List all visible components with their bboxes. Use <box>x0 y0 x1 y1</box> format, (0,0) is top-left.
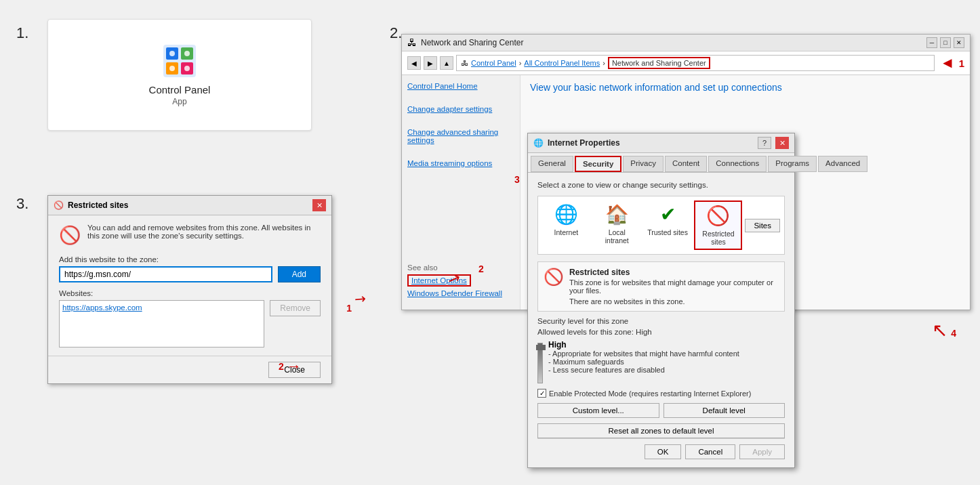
tab-bar: General Security Privacy Content Connect… <box>528 153 794 173</box>
dialog-icon: 🌐 <box>533 138 544 148</box>
annotation4-area: ↖ 4 <box>932 319 956 341</box>
control-panel-icon <box>162 43 197 79</box>
app-name: Control Panel <box>149 84 211 96</box>
intranet-zone-icon: 🏠 <box>605 203 629 226</box>
zone-info-text: Restricted sites This zone is for websit… <box>569 268 779 305</box>
network-heading: View your basic network information and … <box>530 82 960 93</box>
r-add-label: Add this website to the zone: <box>59 255 321 263</box>
zone-info: 🚫 Restricted sites This zone is for webs… <box>537 261 785 312</box>
ok-button[interactable]: OK <box>645 444 682 459</box>
high-title: High <box>548 340 785 350</box>
level-slider[interactable] <box>537 340 543 383</box>
titlebar-text: Network and Sharing Center <box>421 38 922 47</box>
slider-track <box>537 343 543 383</box>
r-websites-label: Websites: <box>59 289 321 297</box>
remove-button[interactable]: Remove <box>270 300 321 316</box>
zone-no-sites: There are no websites in this zone. <box>569 297 779 305</box>
r-annotation-1: 1 <box>346 303 352 314</box>
websites-list[interactable]: https://apps.skype.com <box>59 300 264 347</box>
zone-row: 🌐 Internet 🏠 Local intranet ✔ Trusted si… <box>537 196 785 255</box>
r-info-row: 🚫 You can add and remove websites from t… <box>59 224 321 246</box>
high-level-box: High - Appropriate for websites that mig… <box>537 340 785 383</box>
protected-mode-row: ✓ Enable Protected Mode (requires restar… <box>537 389 785 398</box>
arrow-annotation4: ↖ <box>932 320 947 341</box>
high-desc1: - Appropriate for websites that might ha… <box>548 350 785 358</box>
zone-trusted[interactable]: ✔ Trusted sites <box>644 201 692 250</box>
intranet-zone-label: Local intranet <box>596 228 638 245</box>
dialog-body: 3 Select a zone to view or change securi… <box>528 173 794 467</box>
tab-privacy[interactable]: Privacy <box>623 156 663 172</box>
section1-control-panel: Control Panel App <box>14 19 325 151</box>
zone-restricted[interactable]: 🚫 Restrictedsites <box>694 201 742 250</box>
window-titlebar: 🖧 Network and Sharing Center ─ □ ✕ <box>402 35 970 51</box>
back-button[interactable]: ◀ <box>407 56 421 70</box>
annotation-num-2: 2 <box>478 263 484 274</box>
dialog-close-button[interactable]: ✕ <box>775 137 789 149</box>
sidebar-media[interactable]: Media streaming options <box>407 159 514 167</box>
allowed-levels: Allowed levels for this zone: High <box>537 328 785 336</box>
dialog-footer: OK Cancel Apply <box>537 438 785 459</box>
window-controls: ─ □ ✕ <box>926 37 964 48</box>
zone-instruction: Select a zone to view or change security… <box>537 181 785 189</box>
annotation-num-3: 3 <box>514 174 520 185</box>
default-level-button[interactable]: Default level <box>663 403 785 418</box>
zone-info-desc: This zone is for websites that might dam… <box>569 278 779 295</box>
maximize-button[interactable]: □ <box>940 37 951 48</box>
cancel-button[interactable]: Cancel <box>685 444 735 459</box>
minimize-button[interactable]: ─ <box>926 37 937 48</box>
svg-point-5 <box>169 51 175 56</box>
tab-content[interactable]: Content <box>665 156 707 172</box>
breadcrumb-network-sharing: Network and Sharing Center <box>608 57 710 69</box>
high-text-box: High - Appropriate for websites that mig… <box>548 340 785 383</box>
internet-zone-icon: 🌐 <box>554 203 578 226</box>
see-also-title: See also <box>407 263 514 272</box>
r-websites-row: https://apps.skype.com Remove <box>59 300 321 347</box>
tab-general[interactable]: General <box>531 156 573 172</box>
sidebar-advanced-sharing[interactable]: Change advanced sharing settings <box>407 128 514 144</box>
custom-level-button[interactable]: Custom level... <box>537 403 659 418</box>
forward-button[interactable]: ▶ <box>424 56 437 70</box>
section3-restricted: 🚫 Restricted sites ✕ 🚫 You can add and r… <box>14 195 359 384</box>
dialog-title: Internet Properties <box>548 138 754 148</box>
close-button[interactable]: ✕ <box>954 37 964 48</box>
sites-btn-container: Sites <box>745 201 780 250</box>
sidebar-cp-home[interactable]: Control Panel Home <box>407 82 514 90</box>
website-input[interactable] <box>59 266 272 282</box>
annotation-num-1: 1 <box>959 58 964 69</box>
windows-firewall-link[interactable]: Windows Defender Firewall <box>407 289 514 297</box>
breadcrumb-all-items: All Control Panel Items <box>524 59 600 67</box>
high-desc2: - Maximum safeguards <box>548 358 785 366</box>
sites-button[interactable]: Sites <box>745 219 780 232</box>
inet-dialog: 🌐 Internet Properties ? ✕ General Securi… <box>527 133 795 468</box>
up-button[interactable]: ▲ <box>440 56 453 70</box>
app-label: App <box>172 97 186 106</box>
network-window: 🖧 Network and Sharing Center ─ □ ✕ ◀ ▶ ▲… <box>401 34 971 310</box>
svg-point-8 <box>184 66 190 71</box>
apply-button[interactable]: Apply <box>739 444 785 459</box>
network-content: Control Panel Home Change adapter settin… <box>402 75 970 310</box>
tab-connections[interactable]: Connections <box>708 156 767 172</box>
tab-advanced[interactable]: Advanced <box>818 156 867 172</box>
sidebar-adapter[interactable]: Change adapter settings <box>407 105 514 113</box>
svg-point-6 <box>184 51 190 56</box>
protected-mode-checkbox[interactable]: ✓ <box>537 389 546 398</box>
internet-zone-label: Internet <box>554 228 579 236</box>
website-item: https://apps.skype.com <box>62 303 142 312</box>
r-annotation-2: 2 <box>279 361 284 372</box>
svg-point-7 <box>169 66 175 71</box>
add-button[interactable]: Add <box>278 266 321 282</box>
dialog-titlebar: 🌐 Internet Properties ? ✕ <box>528 133 794 153</box>
r-arrow-2: → <box>287 358 302 375</box>
restricted-close-button[interactable]: ✕ <box>312 199 326 211</box>
zone-internet[interactable]: 🌐 Internet <box>542 201 590 250</box>
high-desc3: - Less secure features are disabled <box>548 366 785 374</box>
r-annotation-2-area: 2 → <box>279 358 302 375</box>
tab-security[interactable]: Security <box>575 156 621 172</box>
sec-level-title: Security level for this zone <box>537 317 785 325</box>
reset-zones-button[interactable]: Reset all zones to default level <box>537 423 785 438</box>
help-button[interactable]: ? <box>758 137 771 149</box>
app-card[interactable]: Control Panel App <box>47 19 312 131</box>
r-titlebar: 🚫 Restricted sites ✕ <box>48 196 331 215</box>
tab-programs[interactable]: Programs <box>768 156 817 172</box>
zone-intranet[interactable]: 🏠 Local intranet <box>593 201 641 250</box>
